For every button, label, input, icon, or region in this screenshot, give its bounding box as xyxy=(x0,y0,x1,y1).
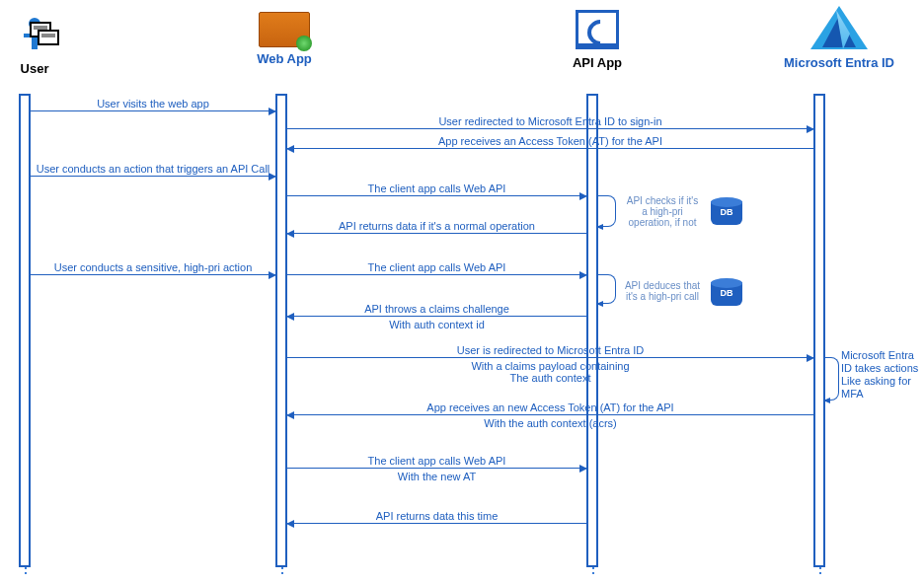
db-1: DB xyxy=(711,197,742,225)
msg-11-label-b: With the auth context (acrs) xyxy=(287,417,813,429)
msg-2: User redirected to Microsoft Entra ID to… xyxy=(287,128,813,129)
activation-apiapp xyxy=(586,94,598,567)
msg-5: The client app calls Web API xyxy=(287,195,586,196)
activation-user xyxy=(19,94,31,567)
msg-13: API returns data this time xyxy=(287,523,586,524)
msg-12-label-a: The client app calls Web API xyxy=(287,455,586,467)
msg-4: User conducts an action that triggers an… xyxy=(31,176,275,177)
msg-12: The client app calls Web API With the ne… xyxy=(287,468,586,469)
msg-1: User visits the web app xyxy=(31,110,275,111)
msg-10-label-b: With a claims payload containing xyxy=(287,360,813,372)
webapp-icon xyxy=(259,12,310,47)
msg-8-label: The client app calls Web API xyxy=(287,261,586,273)
msg-8: The client app calls Web API xyxy=(287,274,586,275)
self-loop-entra xyxy=(825,357,839,401)
actor-label-user: User xyxy=(0,61,69,76)
msg-2-label: User redirected to Microsoft Entra ID to… xyxy=(287,115,813,127)
msg-13-label: API returns data this time xyxy=(287,510,586,522)
msg-7: User conducts a sensitive, high-pri acti… xyxy=(31,274,275,275)
msg-10: User is redirected to Microsoft Entra ID… xyxy=(287,357,813,358)
msg-11: App receives an new Access Token (AT) fo… xyxy=(287,414,813,415)
msg-6: API returns data if it's a normal operat… xyxy=(287,233,586,234)
msg-10-label-a: User is redirected to Microsoft Entra ID xyxy=(287,344,813,356)
note-entra: Microsoft Entra ID takes actions Like as… xyxy=(841,349,920,401)
actor-user: User xyxy=(0,18,69,76)
msg-9: API throws a claims challenge With auth … xyxy=(287,316,586,317)
msg-11-label-a: App receives an new Access Token (AT) fo… xyxy=(287,402,813,413)
api-icon xyxy=(576,10,619,49)
msg-12-label-b: With the new AT xyxy=(287,471,586,482)
actor-webapp: Web App xyxy=(255,12,314,66)
actor-apiapp: API App xyxy=(568,10,627,70)
msg-5-label: The client app calls Web API xyxy=(287,182,586,194)
actor-entra: Microsoft Entra ID xyxy=(780,6,898,70)
activation-webapp xyxy=(275,94,287,567)
msg-7-label: User conducts a sensitive, high-pri acti… xyxy=(31,261,275,273)
actor-label-webapp: Web App xyxy=(255,51,314,66)
msg-1-label: User visits the web app xyxy=(31,98,275,110)
msg-3: App receives an Access Token (AT) for th… xyxy=(287,148,813,149)
msg-10-label-c: The auth context xyxy=(287,372,813,384)
msg-4-label: User conducts an action that triggers an… xyxy=(31,163,275,175)
note-2: API deduces thatit's a high-pri call xyxy=(620,280,705,302)
actor-label-apiapp: API App xyxy=(568,55,627,70)
msg-9-label-a: API throws a claims challenge xyxy=(287,303,586,315)
entra-icon xyxy=(810,6,868,51)
db-2: DB xyxy=(711,278,742,306)
activation-entra xyxy=(813,94,825,567)
self-loop-1 xyxy=(598,195,616,227)
self-loop-2 xyxy=(598,274,616,304)
msg-3-label: App receives an Access Token (AT) for th… xyxy=(287,135,813,147)
actor-label-entra: Microsoft Entra ID xyxy=(780,55,898,70)
msg-6-label: API returns data if it's a normal operat… xyxy=(287,220,586,232)
note-1: API checks if it'sa high-prioperation, i… xyxy=(620,195,705,228)
msg-9-label-b: With auth context id xyxy=(287,319,586,330)
